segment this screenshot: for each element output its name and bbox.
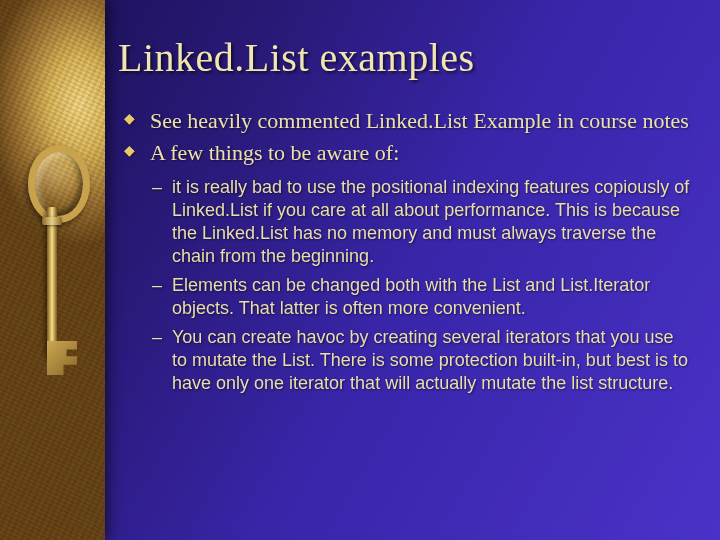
slide-content: Linked.List examples See heavily comment…: [110, 0, 720, 540]
bullet-item: A few things to be aware of:: [124, 139, 690, 167]
bullet-list: See heavily commented Linked.List Exampl…: [124, 107, 690, 166]
sidebar-key-image: [0, 0, 105, 540]
bullet-item: See heavily commented Linked.List Exampl…: [124, 107, 690, 135]
sub-bullet-list: it is really bad to use the positional i…: [152, 176, 690, 395]
sub-bullet-item: You can create havoc by creating several…: [152, 326, 690, 395]
key-icon: [18, 145, 88, 405]
sub-bullet-item: it is really bad to use the positional i…: [152, 176, 690, 268]
slide-title: Linked.List examples: [118, 34, 690, 81]
sub-bullet-item: Elements can be changed both with the Li…: [152, 274, 690, 320]
slide: Linked.List examples See heavily comment…: [0, 0, 720, 540]
